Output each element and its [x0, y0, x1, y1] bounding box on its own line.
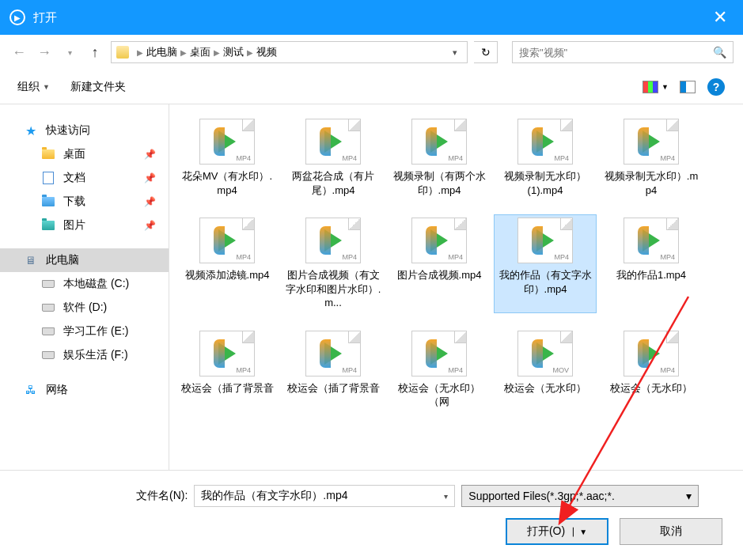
- file-item[interactable]: MP4视频录制（有两个水印）.mp4: [388, 115, 491, 200]
- pin-icon: 📌: [144, 196, 156, 207]
- path-dropdown-icon[interactable]: ▾: [453, 47, 457, 58]
- search-input[interactable]: [519, 47, 713, 59]
- file-thumbnail: MP4: [411, 218, 467, 263]
- video-icon: [536, 131, 554, 153]
- preview-pane-button[interactable]: [678, 78, 697, 96]
- file-item[interactable]: MP4图片合成视频（有文字水印和图片水印）.m...: [282, 214, 385, 313]
- sidebar-this-pc[interactable]: 🖥 此电脑: [0, 248, 169, 272]
- file-thumbnail: MP4: [624, 218, 679, 263]
- cancel-button[interactable]: 取消: [620, 518, 722, 545]
- chevron-down-icon[interactable]: ▾: [686, 490, 692, 502]
- file-thumbnail: MP4: [305, 331, 361, 376]
- file-item[interactable]: MP4视频添加滤镜.mp4: [176, 214, 279, 313]
- new-folder-button[interactable]: 新建文件夹: [70, 80, 126, 94]
- ext-badge: MOV: [551, 366, 571, 374]
- sidebar-network[interactable]: 🖧 网络: [0, 378, 169, 402]
- filename-input[interactable]: 我的作品（有文字水印）.mp4 ▾: [194, 485, 455, 507]
- file-type-select[interactable]: Supported Files(*.3gp;*.aac;*. ▾: [461, 485, 699, 507]
- organize-menu[interactable]: 组织▼: [17, 80, 50, 94]
- file-thumbnail: MP4: [305, 119, 361, 165]
- file-item[interactable]: MP4我的作品1.mp4: [600, 214, 703, 313]
- file-thumbnail: MP4: [199, 218, 255, 263]
- file-area[interactable]: MP4花朵MV（有水印）.mp4MP4两盆花合成（有片尾）.mp4MP4视频录制…: [169, 104, 743, 470]
- file-item[interactable]: MP4校运会（无水印）: [600, 327, 703, 412]
- sidebar-desktop[interactable]: 桌面 📌: [0, 142, 169, 166]
- back-button[interactable]: ←: [9, 43, 28, 62]
- drive-icon: [42, 304, 55, 312]
- chevron-right-icon: ▶: [137, 48, 143, 57]
- sidebar-drive-f[interactable]: 娱乐生活 (F:): [0, 343, 169, 367]
- breadcrumb-part[interactable]: 测试: [223, 45, 244, 59]
- chevron-right-icon: ▶: [180, 48, 187, 57]
- file-thumbnail: MP4: [305, 218, 361, 263]
- nav-bar: ← → ▾ ↑ ▶ 此电脑 ▶ 桌面 ▶ 测试 ▶ 视频 ▾ ↻ 🔍: [0, 35, 743, 70]
- forward-button[interactable]: →: [35, 43, 54, 62]
- sidebar: ★ 快速访问 桌面 📌 文档 📌 下载 📌 图片 📌 🖥 此电脑: [0, 104, 169, 470]
- open-button[interactable]: 打开(O) ▏▼: [506, 518, 608, 545]
- video-icon: [643, 342, 660, 365]
- file-item[interactable]: MP4校运会（无水印）（网: [388, 327, 491, 412]
- folder-icon: [42, 221, 55, 230]
- split-dropdown-icon[interactable]: ▏▼: [573, 528, 587, 536]
- chevron-right-icon: ▶: [214, 48, 220, 57]
- breadcrumb-part[interactable]: 此电脑: [146, 45, 177, 59]
- recent-dropdown[interactable]: ▾: [60, 43, 79, 62]
- chevron-down-icon[interactable]: ▾: [444, 492, 448, 501]
- network-icon: 🖧: [24, 384, 38, 396]
- file-thumbnail: MOV: [517, 331, 573, 376]
- breadcrumb-part[interactable]: 视频: [256, 45, 277, 59]
- video-icon: [430, 131, 448, 153]
- help-button[interactable]: ?: [707, 78, 726, 96]
- file-name: 校运会（无水印）: [504, 381, 586, 395]
- file-thumbnail: MP4: [624, 119, 679, 165]
- file-item[interactable]: MOV校运会（无水印）: [494, 327, 597, 412]
- sidebar-quick-access[interactable]: ★ 快速访问: [0, 119, 169, 142]
- ext-badge: MP4: [658, 253, 677, 261]
- file-thumbnail: MP4: [199, 119, 255, 165]
- breadcrumb[interactable]: ▶ 此电脑 ▶ 桌面 ▶ 测试 ▶ 视频 ▾: [111, 41, 468, 63]
- star-icon: ★: [24, 124, 38, 137]
- search-icon[interactable]: 🔍: [713, 46, 726, 59]
- sidebar-pictures[interactable]: 图片 📌: [0, 214, 169, 237]
- ext-badge: MP4: [446, 366, 464, 374]
- file-thumbnail: MP4: [199, 331, 255, 376]
- file-item[interactable]: MP4校运会（插了背景音: [282, 327, 385, 412]
- file-item[interactable]: MP4视频录制无水印）(1).mp4: [494, 115, 597, 200]
- file-thumbnail: MP4: [517, 119, 573, 165]
- bottom-panel: 文件名(N): 我的作品（有文字水印）.mp4 ▾ Supported File…: [0, 470, 743, 559]
- view-dropdown-icon[interactable]: ▼: [661, 83, 669, 91]
- video-icon: [536, 229, 554, 252]
- ext-badge: MP4: [340, 154, 358, 162]
- file-item[interactable]: MP4两盆花合成（有片尾）.mp4: [282, 115, 385, 200]
- breadcrumb-part[interactable]: 桌面: [190, 45, 210, 59]
- file-item[interactable]: MP4花朵MV（有水印）.mp4: [176, 115, 279, 200]
- view-mode-button[interactable]: [641, 78, 660, 96]
- file-item[interactable]: MP4我的作品（有文字水印）.mp4: [494, 214, 597, 313]
- search-box[interactable]: 🔍: [512, 41, 734, 63]
- file-grid: MP4花朵MV（有水印）.mp4MP4两盆花合成（有片尾）.mp4MP4视频录制…: [176, 115, 737, 412]
- sidebar-drive-c[interactable]: 本地磁盘 (C:): [0, 272, 169, 296]
- sidebar-documents[interactable]: 文档 📌: [0, 166, 169, 190]
- sidebar-downloads[interactable]: 下载 📌: [0, 190, 169, 214]
- video-icon: [430, 342, 448, 365]
- toolbar: 组织▼ 新建文件夹 ▼ ?: [0, 70, 743, 104]
- file-item[interactable]: MP4图片合成视频.mp4: [388, 214, 491, 313]
- sidebar-drive-d[interactable]: 软件 (D:): [0, 296, 169, 320]
- ext-badge: MP4: [658, 154, 677, 162]
- file-item[interactable]: MP4校运会（插了背景音: [176, 327, 279, 412]
- file-name: 视频录制无水印）(1).mp4: [497, 169, 593, 197]
- video-icon: [324, 342, 342, 365]
- up-button[interactable]: ↑: [85, 43, 104, 62]
- drive-icon: [42, 351, 55, 359]
- file-name: 我的作品1.mp4: [616, 268, 686, 282]
- sidebar-drive-e[interactable]: 学习工作 (E:): [0, 320, 169, 343]
- pin-icon: 📌: [144, 220, 156, 231]
- file-thumbnail: MP4: [624, 331, 679, 376]
- refresh-button[interactable]: ↻: [474, 41, 498, 63]
- title-bar: ▶ 打开 ✕: [0, 0, 743, 35]
- close-button[interactable]: ✕: [707, 7, 734, 28]
- ext-badge: MP4: [552, 154, 571, 162]
- ext-badge: MP4: [340, 253, 358, 261]
- ext-badge: MP4: [234, 154, 252, 162]
- file-item[interactable]: MP4视频录制无水印）.mp4: [600, 115, 703, 200]
